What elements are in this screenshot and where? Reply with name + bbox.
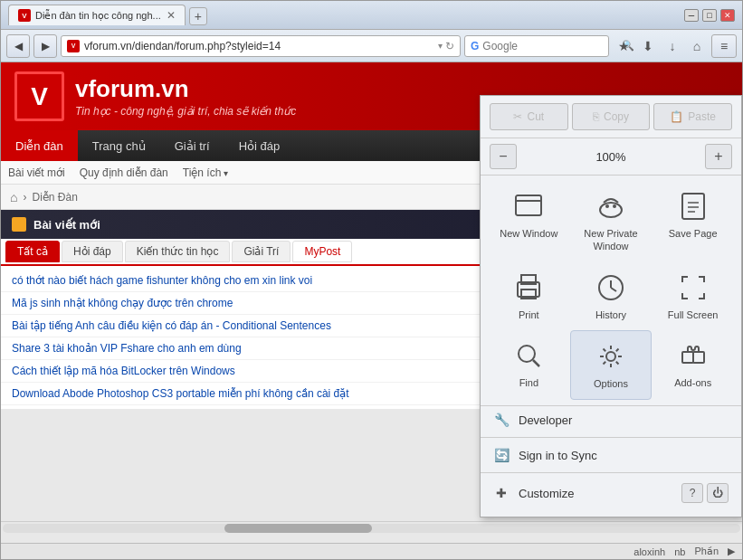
new-window-button[interactable]: New Window <box>488 181 570 262</box>
print-label: Print <box>519 308 539 321</box>
url-dropdown-icon[interactable]: ▾ <box>438 41 443 51</box>
forward-button[interactable]: ▶ <box>33 34 57 58</box>
tab-tatca[interactable]: Tất cả <box>5 241 60 262</box>
customize-right-buttons: ? ⏻ <box>681 483 729 503</box>
copy-button[interactable]: ⎘ Copy <box>572 103 651 130</box>
copy-icon: ⎘ <box>593 110 599 123</box>
tab-favicon: V <box>18 9 31 22</box>
zoom-in-button[interactable]: + <box>705 144 732 169</box>
cut-button[interactable]: ✂ Cut <box>490 103 568 130</box>
status-page: Phần <box>694 546 719 557</box>
menu-divider-1 <box>481 437 741 438</box>
subnav-baiviet[interactable]: Bài viết mới <box>8 166 65 179</box>
zoom-row: − 100% + <box>481 138 741 176</box>
nav-item-hoidap[interactable]: Hỏi đáp <box>224 130 295 161</box>
customize-label: Customize <box>519 487 574 500</box>
article-link[interactable]: Download Abode Photoshop CS3 portable mi… <box>12 387 349 400</box>
tab-strip: V Diễn đàn tin học công ngh... ✕ + <box>8 5 684 25</box>
minimize-button[interactable]: ─ <box>684 9 699 22</box>
url-text: vforum.vn/diendan/forum.php?styleid=14 <box>84 40 438 52</box>
tab-close-button[interactable]: ✕ <box>167 9 176 22</box>
download-icon[interactable]: ↓ <box>662 35 683 57</box>
search-bar[interactable]: G 🔍 <box>464 35 609 57</box>
sync-icon[interactable]: ⬇ <box>637 35 659 57</box>
article-link[interactable]: có thớt nào biết hách game fishunter khô… <box>12 274 312 287</box>
google-logo: G <box>471 40 479 52</box>
zoom-out-button[interactable]: − <box>490 144 517 169</box>
hamburger-menu-button[interactable]: ≡ <box>711 34 737 58</box>
nav-item-trangchu[interactable]: Trang chủ <box>78 130 160 161</box>
subnav-tienich[interactable]: Tiện ích <box>183 166 228 179</box>
new-tab-button[interactable]: + <box>189 7 207 25</box>
site-logo: V <box>14 71 64 121</box>
tab-kienthuc[interactable]: Kiến thức tin học <box>125 241 231 262</box>
svg-point-4 <box>613 204 616 208</box>
help-button[interactable]: ? <box>681 483 703 503</box>
close-button[interactable]: ✕ <box>720 9 735 22</box>
url-refresh-icon[interactable]: ↻ <box>445 40 454 52</box>
history-button[interactable]: History <box>570 262 653 330</box>
tab-mypost[interactable]: MyPost <box>292 241 352 262</box>
active-tab[interactable]: V Diễn đàn tin học công ngh... ✕ <box>8 5 186 25</box>
navigation-bar: ◀ ▶ V vforum.vn/diendan/forum.php?stylei… <box>1 30 742 62</box>
cut-label: Cut <box>527 110 544 123</box>
save-page-icon <box>677 190 710 223</box>
options-label: Options <box>594 377 628 390</box>
print-button[interactable]: Print <box>488 262 570 330</box>
maximize-button[interactable]: □ <box>702 9 717 22</box>
search-input[interactable] <box>482 40 618 52</box>
subnav-quydinh[interactable]: Quy định diễn đàn <box>80 166 168 179</box>
tab-giaitri[interactable]: Giải Trí <box>232 241 291 262</box>
options-button[interactable]: Options <box>570 330 653 400</box>
customize-icon: ✚ <box>493 486 510 500</box>
developer-button[interactable]: 🔧 Developer <box>481 406 741 433</box>
svg-line-14 <box>611 288 616 291</box>
home-icon[interactable]: ⌂ <box>10 190 17 204</box>
bookmark-icon[interactable]: ★ <box>613 35 634 57</box>
nav-item-diendan[interactable]: Diễn đàn <box>1 130 78 161</box>
cut-icon: ✂ <box>513 110 522 123</box>
status-user: aloxinh <box>633 546 665 557</box>
site-name: vforum.vn <box>75 75 296 103</box>
back-button[interactable]: ◀ <box>6 34 30 58</box>
scrollbar-thumb[interactable] <box>224 524 372 533</box>
fullscreen-button[interactable]: Full Screen <box>652 262 734 330</box>
nav-item-giaitri[interactable]: Giải trí <box>160 130 224 161</box>
status-arrow: ▶ <box>728 546 735 557</box>
scrollbar-area <box>1 521 742 534</box>
addons-icon <box>677 339 710 372</box>
paste-button[interactable]: 📋 Paste <box>653 103 732 130</box>
find-button[interactable]: Find <box>488 330 570 400</box>
url-bar[interactable]: V vforum.vn/diendan/forum.php?styleid=14… <box>61 35 461 57</box>
sign-in-label: Sign in to Sync <box>519 449 597 462</box>
tab-hoidap[interactable]: Hỏi đáp <box>62 241 123 262</box>
site-title-block: vforum.vn Tin học - công nghệ, giải trí,… <box>75 75 296 118</box>
new-private-window-label: New Private Window <box>576 227 647 253</box>
article-link[interactable]: Share 3 tài khoản VIP Fshare cho anh em … <box>12 342 242 355</box>
sync-icon: 🔄 <box>493 448 510 462</box>
window-controls: ─ □ ✕ <box>684 9 735 22</box>
options-icon <box>595 340 627 373</box>
save-page-button[interactable]: Save Page <box>652 181 734 262</box>
article-link[interactable]: Mã js sinh nhật không chạy được trên chr… <box>12 297 233 309</box>
scrollbar-track[interactable] <box>3 524 740 533</box>
tab-title: Diễn đàn tin học công ngh... <box>35 10 161 22</box>
sign-in-button[interactable]: 🔄 Sign in to Sync <box>481 441 741 469</box>
home-icon[interactable]: ⌂ <box>686 35 708 57</box>
svg-point-15 <box>519 346 535 362</box>
svg-point-17 <box>606 352 615 361</box>
svg-point-2 <box>600 203 622 217</box>
status-separator: nb <box>674 546 685 557</box>
article-link[interactable]: Cách thiết lập mã hóa BitLocker trên Win… <box>12 365 235 377</box>
new-private-window-icon <box>595 190 627 223</box>
status-bar: aloxinh nb Phần ▶ <box>1 543 742 559</box>
article-link[interactable]: Bài tập tiếng Anh câu điều kiện có đáp á… <box>12 319 331 332</box>
customize-button[interactable]: ✚ Customize ? ⏻ <box>481 477 741 509</box>
addons-button[interactable]: Add-ons <box>652 330 734 400</box>
power-button[interactable]: ⏻ <box>707 483 729 503</box>
new-private-window-button[interactable]: New Private Window <box>570 181 653 262</box>
breadcrumb-path: Diễn Đàn <box>32 191 77 204</box>
browser-window: V Diễn đàn tin học công ngh... ✕ + ─ □ ✕… <box>0 0 743 560</box>
fullscreen-label: Full Screen <box>668 308 719 321</box>
svg-rect-18 <box>682 352 693 363</box>
